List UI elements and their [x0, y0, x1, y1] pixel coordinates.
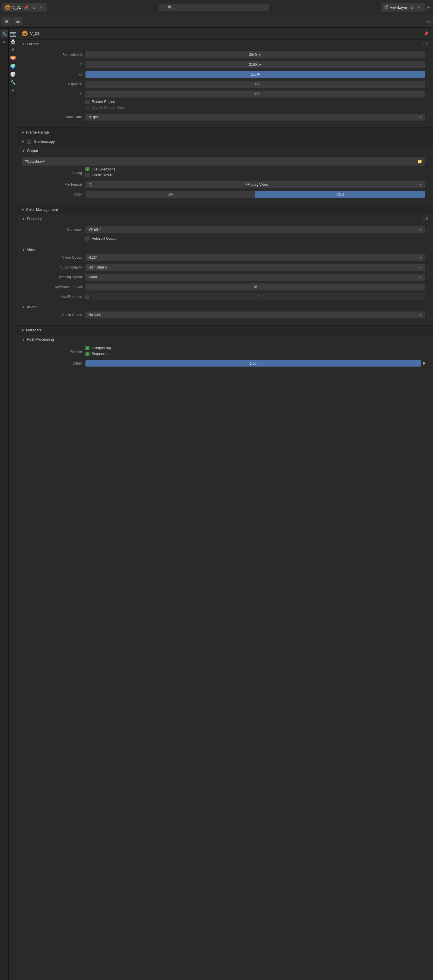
format-section-header[interactable]: ▼ Format ≡ ⠿ [17, 40, 433, 48]
container-dropdown[interactable]: MPEG-4 ▼ [85, 226, 425, 233]
second-bar-expand[interactable]: ⊞ [427, 19, 431, 24]
sidebar-output-icon[interactable]: 🖨️ [9, 38, 17, 46]
options-button[interactable]: ☰ [13, 17, 22, 25]
sidebar-particles-icon[interactable]: ✦ [9, 86, 17, 94]
sidebar-icon-view[interactable]: 👁 [1, 39, 8, 46]
encoding-speed-dropdown[interactable]: Good ▼ [85, 274, 425, 281]
tab-viewlayer[interactable]: 🎬 ViewLayer ⧉ ✕ [381, 3, 425, 11]
dither-slider[interactable]: 1.00 [85, 360, 421, 367]
pin-icon[interactable]: 📌 [22, 5, 30, 10]
encoding-menu-icon[interactable]: ≡ [423, 217, 425, 221]
post-processing-header[interactable]: ▼ Post Processing ⠿ [17, 335, 433, 344]
render-region-checkbox-row: Render Region [85, 100, 425, 104]
frame-range-dots: ⠿ [427, 130, 428, 134]
metadata-arrow: ▶ [22, 328, 24, 332]
sequencer-checkbox[interactable]: ✓ [85, 352, 89, 356]
output-path-input[interactable]: //Output/raw/ 📁 [22, 158, 425, 165]
output-quality-dropdown[interactable]: High Quality ▼ [85, 264, 425, 271]
sidebar-object-icon[interactable]: 🎲 [9, 70, 17, 78]
post-processing-dots: ⠿ [427, 338, 428, 341]
main-content: 🎬 V_01 📌 ▼ Format ≡ ⠿ Resolution X 3840 … [17, 28, 433, 980]
cache-result-row: Cache Result [85, 173, 425, 177]
color-rgb-button[interactable]: RGB [255, 191, 425, 198]
search-input[interactable] [159, 4, 269, 11]
sidebar-icon-tool[interactable]: 🔧 [1, 30, 8, 38]
encoding-speed-control: Good ▼ [85, 274, 425, 281]
resolution-percent-row: % 100% ⠿ [22, 70, 428, 78]
encoding-section-header[interactable]: ▼ Encoding ≡ ⠿ [17, 214, 433, 223]
metadata-section-header[interactable]: ▶ Metadata ⠿ [17, 326, 433, 334]
output-dots: ⠿ [427, 149, 428, 152]
tab-v01[interactable]: 🎬 V_01 📌 ⧉ ✕ [2, 3, 47, 11]
metadata-section: ▶ Metadata ⠿ [17, 326, 433, 335]
color-bw-button[interactable]: BW [85, 191, 255, 198]
autosplit-checkbox-row: Autosplit Output [85, 237, 425, 240]
render-region-checkbox[interactable] [85, 100, 89, 104]
output-quality-control: High Quality ▼ [85, 264, 425, 271]
output-quality-label: Output Quality [22, 265, 85, 269]
file-extensions-checkbox[interactable]: ✓ [85, 167, 89, 171]
max-bframes-input[interactable]: 0 [92, 293, 425, 300]
sidebar-world-icon[interactable]: 🌍 [9, 62, 17, 70]
color-management-header[interactable]: ▶ Color Management ⠿ [17, 205, 433, 214]
video-codec-row: Video Codec H.264 ▼ ⠿ [22, 253, 428, 262]
aspect-y-dots: ⠿ [427, 92, 428, 96]
max-bframes-toggle[interactable] [85, 295, 89, 299]
resolution-x-input[interactable]: 3840 px [85, 51, 425, 58]
resolution-y-input[interactable]: 2160 px [85, 61, 425, 68]
video-subsection-header[interactable]: ▼ Video [22, 245, 428, 253]
pipeline-control: ✓ Compositing ✓ Sequencer [85, 346, 425, 358]
resolution-percent-input[interactable]: 100% [85, 71, 425, 78]
metadata-dots: ⠿ [427, 328, 428, 332]
compositing-row: ✓ Compositing [85, 346, 425, 350]
props-pin-icon[interactable]: 📌 [423, 31, 428, 36]
keyframe-interval-input[interactable]: 18 [85, 283, 425, 290]
view-toggle-button[interactable]: ⊟ [2, 17, 11, 25]
file-format-dropdown[interactable]: 🎬 FFmpeg Video ▼ [85, 181, 425, 188]
close-icon[interactable]: ✕ [38, 5, 44, 10]
sidebar-scene-icon[interactable]: 🌄 [9, 54, 17, 62]
audio-codec-dropdown[interactable]: No Audio ▼ [85, 312, 425, 318]
frame-rate-row: Frame Rate 30 fps ▼ ⠿ [22, 113, 428, 121]
autosplit-checkbox[interactable] [85, 237, 89, 240]
sidebar-view-icon[interactable]: 👁 [9, 46, 17, 54]
output-section-header[interactable]: ▼ Output ⠿ [17, 146, 433, 155]
cache-result-checkbox[interactable] [85, 173, 89, 177]
resolution-x-label: Resolution X [22, 53, 85, 57]
keyframe-dots: ⠿ [427, 286, 428, 289]
audio-subsection-header[interactable]: ▼ Audio [22, 302, 428, 311]
aspect-y-input[interactable]: 1.000 [85, 91, 425, 97]
compositing-label: Compositing [92, 346, 111, 350]
frame-range-header[interactable]: ▶ Frame Range ⠿ [17, 128, 433, 137]
format-menu-icon[interactable]: ≡ [423, 42, 425, 46]
frame-rate-dropdown[interactable]: 30 fps ▼ [85, 114, 425, 121]
copy-icon[interactable]: ⧉ [32, 4, 37, 10]
color-control: BW RGB [85, 191, 425, 198]
format-collapse-arrow: ▼ [22, 42, 25, 46]
color-management-arrow: ▶ [22, 208, 24, 212]
crop-render-region-checkbox[interactable] [85, 105, 89, 110]
container-value: MPEG-4 [88, 228, 102, 232]
aspect-x-input[interactable]: 1.000 [85, 81, 425, 88]
aspect-x-label: Aspect X [22, 82, 85, 86]
sidebar-render-icon[interactable]: 📷 [9, 30, 17, 38]
encoding-dots-icon: ⠿ [426, 217, 428, 221]
stereoscopy-header[interactable]: ▶ Stereoscopy ⠿ [17, 137, 433, 146]
color-management-section: ▶ Color Management ⠿ [17, 205, 433, 214]
video-codec-dropdown[interactable]: H.264 ▼ [85, 254, 425, 261]
output-section-title: Output [27, 148, 423, 153]
audio-codec-label: Audio Codec [22, 313, 85, 317]
compositing-checkbox[interactable]: ✓ [85, 346, 89, 350]
resolution-y-dots: ⠿ [427, 63, 428, 66]
sidebar-modifier-icon[interactable]: 🔧 [9, 78, 17, 86]
viewlayer-close-icon[interactable]: ✕ [416, 5, 422, 10]
file-extensions-row: ✓ File Extensions [85, 167, 425, 171]
viewlayer-copy-icon[interactable]: ⧉ [409, 4, 414, 10]
stereoscopy-checkbox[interactable] [27, 140, 31, 144]
encoding-section: ▼ Encoding ≡ ⠿ Container MPEG-4 ▼ [17, 214, 433, 326]
folder-icon[interactable]: 📁 [417, 159, 422, 164]
expand-button[interactable]: ⊞ [427, 5, 431, 10]
post-processing-arrow: ▼ [22, 338, 25, 341]
properties-header: 🎬 V_01 📌 [17, 28, 433, 40]
frame-rate-arrow: ▼ [419, 116, 422, 119]
